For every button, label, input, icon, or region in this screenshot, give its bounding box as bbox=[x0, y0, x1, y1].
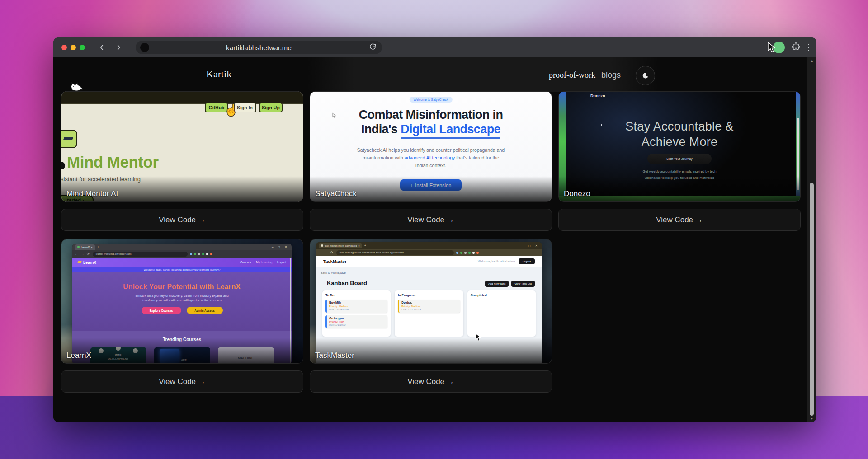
learnx-subtext: Embark on a journey of discovery. Learn … bbox=[72, 294, 292, 303]
theme-toggle-button[interactable] bbox=[636, 66, 655, 85]
chevron-right-icon bbox=[114, 43, 123, 52]
project-name: TaskMaster bbox=[315, 351, 354, 360]
site-favicon bbox=[140, 43, 149, 52]
hand-cursor: ☝ bbox=[224, 103, 238, 117]
mini-nav-arrows: ← → ⟳ bbox=[319, 251, 334, 254]
project-card-mind-mentor: GitHub Sign In Sign Up ☝ Mind Mentor sis… bbox=[61, 91, 303, 231]
pixel-cat-cursor bbox=[70, 81, 83, 93]
project-name: SatyaCheck bbox=[315, 189, 357, 198]
task-card: Buy Milk Priority: Medium Due: 12/24/202… bbox=[326, 300, 387, 313]
scroll-down-arrow[interactable]: ▼ bbox=[807, 417, 816, 420]
mind-mentor-logo-bullet bbox=[61, 162, 65, 169]
taskmaster-logout-button: Logout bbox=[519, 258, 535, 264]
kanban-column-in-progress: In Progress Do dsa. Priority: Medium Due… bbox=[395, 290, 463, 337]
learnx-appbar: LearnX Courses My Learning Logout bbox=[72, 258, 292, 267]
project-name: Donezo bbox=[564, 189, 590, 198]
minimize-window-button[interactable] bbox=[71, 45, 76, 50]
webpage: Kartik proof-of-work blogs GitHub Si bbox=[53, 57, 816, 422]
window-controls: – ◻ ✕ bbox=[522, 244, 539, 248]
projects-grid: GitHub Sign In Sign Up ☝ Mind Mentor sis… bbox=[61, 91, 801, 393]
moon-icon bbox=[642, 72, 649, 80]
learnx-nav-my-learning: My Learning bbox=[256, 261, 272, 264]
learnx-nav-logout: Logout bbox=[277, 261, 286, 264]
learnx-browser-tab: LearnX × bbox=[75, 244, 95, 250]
learnx-heading: Unlock Your Potential with LearnX bbox=[72, 272, 292, 291]
project-card-learnx: LearnX × + – ◻ ✕ ← → ⟳ learnx-frontend.o… bbox=[61, 239, 303, 393]
view-code-button-mind-mentor[interactable]: View Code → bbox=[61, 209, 303, 231]
address-bar[interactable]: kartiklabhshetwar.me bbox=[136, 41, 382, 54]
column-header: Completed bbox=[471, 294, 533, 297]
tab-favicon bbox=[77, 246, 80, 248]
tab-title: task management dashboard bbox=[325, 244, 357, 247]
site-logo[interactable]: Kartik bbox=[206, 68, 231, 80]
learnx-subtext-line1: Embark on a journey of discovery. Learn … bbox=[72, 294, 292, 298]
satyacheck-paragraph-line2: misinformation with advanced AI technolo… bbox=[310, 155, 552, 160]
site-header: Kartik proof-of-work blogs bbox=[53, 57, 816, 91]
nav-link-proof-of-work[interactable]: proof-of-work bbox=[549, 70, 595, 80]
extensions-button[interactable] bbox=[791, 42, 801, 53]
browser-menu-button[interactable] bbox=[807, 43, 811, 52]
zoom-window-button[interactable] bbox=[80, 45, 85, 50]
satyacheck-heading-line1: Combat Misinformation in bbox=[310, 108, 552, 122]
project-card-taskmaster: task management dashboard × + – ◻ ✕ ← → … bbox=[310, 239, 552, 393]
donezo-subtext-line1: Get weekly accountability emails inspire… bbox=[566, 169, 793, 173]
window-controls: – ◻ ✕ bbox=[272, 245, 289, 249]
learnx-tab-bar: LearnX × + – ◻ ✕ bbox=[72, 244, 292, 250]
project-thumbnail-mind-mentor[interactable]: GitHub Sign In Sign Up ☝ Mind Mentor sis… bbox=[61, 91, 303, 202]
learnx-url: learnx-frontend.onrender.com bbox=[93, 252, 188, 257]
donezo-heading-line2: Achieve More bbox=[566, 135, 793, 149]
taskmaster-add-task-button: Add New Task bbox=[485, 281, 509, 287]
column-header: In Progress bbox=[398, 294, 460, 297]
forward-button[interactable] bbox=[112, 41, 125, 54]
project-thumbnail-taskmaster[interactable]: task management dashboard × + – ◻ ✕ ← → … bbox=[310, 239, 552, 364]
nav-link-blogs[interactable]: blogs bbox=[601, 70, 621, 80]
donezo-heading-line1: Stay Accountable & bbox=[566, 120, 793, 134]
satyacheck-badge: Welcome to SatyaCheck bbox=[410, 97, 453, 103]
kanban-column-todo: To Do Buy Milk Priority: Medium Due: 12/… bbox=[322, 290, 391, 337]
view-code-button-satyacheck[interactable]: View Code → bbox=[310, 209, 552, 231]
taskmaster-brand: TaskMaster bbox=[323, 259, 347, 264]
back-button[interactable] bbox=[96, 41, 108, 54]
browser-window: kartiklabhshetwar.me Kartik proof-of-wor… bbox=[53, 37, 816, 422]
tab-title: LearnX bbox=[81, 246, 90, 248]
taskmaster-tab-bar: task management dashboard × + – ◻ ✕ bbox=[316, 242, 542, 249]
view-code-button-donezo[interactable]: View Code → bbox=[558, 209, 801, 231]
new-tab-icon: + bbox=[97, 245, 99, 248]
page-scrollbar[interactable]: ▲ ▼ bbox=[807, 57, 816, 422]
project-thumbnail-donezo[interactable]: Donezo Stay Accountable & Achieve More S… bbox=[558, 91, 801, 202]
traffic-lights bbox=[61, 45, 85, 50]
project-thumbnail-learnx[interactable]: LearnX × + – ◻ ✕ ← → ⟳ learnx-frontend.o… bbox=[61, 239, 303, 364]
learnx-hero: Unlock Your Potential with LearnX Embark… bbox=[72, 272, 292, 331]
project-thumbnail-satyacheck[interactable]: Welcome to SatyaCheck Combat Misinformat… bbox=[310, 91, 552, 202]
mind-mentor-app-icon bbox=[61, 130, 77, 148]
taskmaster-welcome-text: Welcome, kartik labhshetwar bbox=[478, 260, 515, 263]
chevron-left-icon bbox=[98, 43, 106, 52]
donezo-logo: Donezo bbox=[590, 94, 605, 98]
taskmaster-board-title: Kanban Board bbox=[327, 280, 367, 286]
learnx-nav-courses: Courses bbox=[240, 261, 251, 264]
project-name: LearnX bbox=[66, 351, 91, 360]
paragraph-link: advanced AI technology bbox=[405, 155, 455, 160]
learnx-nav: Courses My Learning Logout bbox=[240, 261, 286, 264]
project-card-satyacheck: Welcome to SatyaCheck Combat Misinformat… bbox=[310, 91, 552, 231]
learnx-admin-button: Admin Access bbox=[187, 307, 223, 314]
taskmaster-url-row: ← → ⟳ task-management-dashboard-zeta.ver… bbox=[316, 249, 542, 256]
new-tab-icon: + bbox=[364, 244, 366, 247]
scrollbar-thumb[interactable] bbox=[810, 183, 814, 416]
reload-button[interactable] bbox=[368, 43, 377, 52]
paragraph-post: that's tailored for the bbox=[455, 155, 499, 160]
mind-mentor-title: Mind Mentor bbox=[67, 153, 159, 171]
tab-close-icon: × bbox=[91, 246, 93, 248]
satyacheck-paragraph-line3: Indian context. bbox=[310, 163, 552, 168]
view-code-button-taskmaster[interactable]: View Code → bbox=[310, 370, 552, 393]
extension-icons bbox=[456, 252, 479, 254]
task-card: Go to gym Priority: High Due: 1/1/1970 bbox=[326, 315, 387, 328]
view-code-button-learnx[interactable]: View Code → bbox=[61, 370, 303, 393]
url-text[interactable]: kartiklabhshetwar.me bbox=[149, 44, 368, 52]
scroll-up-arrow[interactable]: ▲ bbox=[807, 59, 816, 62]
graduation-cap-icon bbox=[64, 137, 73, 141]
learnx-url-row: ← → ⟳ learnx-frontend.onrender.com bbox=[72, 250, 292, 258]
column-header: To Do bbox=[326, 294, 387, 297]
close-window-button[interactable] bbox=[61, 45, 67, 50]
mind-mentor-topbar bbox=[61, 92, 303, 104]
